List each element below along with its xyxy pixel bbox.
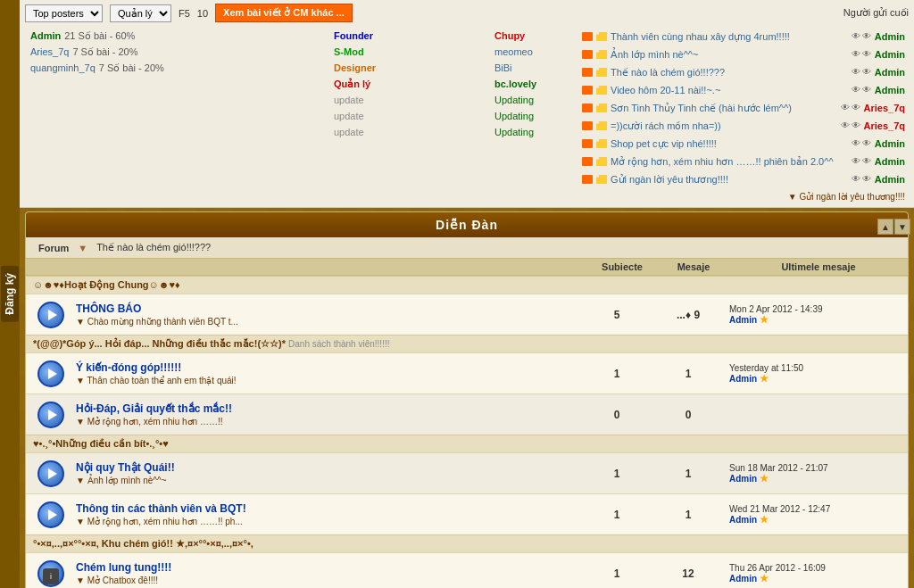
play-button-3[interactable] — [37, 402, 64, 428]
eye-icons-1: 👁👁 — [852, 29, 871, 45]
forum-user-2[interactable]: Admin ★ — [729, 373, 902, 385]
play-button-4[interactable] — [37, 460, 64, 487]
forum-desc-6: ▼ Mở Chatbox đê!!!! — [76, 576, 576, 585]
role-name-chupy: Chupy — [494, 28, 573, 44]
poster-name-aries[interactable]: Aries_7q — [30, 44, 69, 60]
category-3: ♥•.¸°•Những điều cần bít•.¸°•♥ — [26, 435, 908, 452]
forum-desc-3: ▼ Mở rộng hơn, xém nhiu hơn ……!! — [76, 417, 576, 427]
forum-subiecte-1: 5 — [581, 309, 652, 321]
forum-user-6[interactable]: Admin ★ — [729, 573, 902, 584]
forum-icon-area-2 — [31, 360, 71, 387]
post-author-3[interactable]: Admin — [875, 64, 905, 80]
post-title-4[interactable]: Video hôm 20-11 nài!!~.~ — [611, 82, 848, 98]
poster-stats-aries: 7 Số bài - 20% — [72, 44, 137, 60]
post-author-4[interactable]: Admin — [875, 82, 905, 98]
forum-row-thong-tin: Thông tin các thành viên và BQT! ▼ Mở rộ… — [26, 493, 908, 534]
forum-time-2: Yesterday at 11:50 — [729, 363, 902, 373]
forum-ultimele-6: Thu 26 Apr 2012 - 16:09 Admin ★ — [724, 563, 902, 584]
forum-user-1[interactable]: Admin ★ — [729, 314, 902, 326]
poster-name-admin[interactable]: Admin — [30, 28, 61, 44]
post-row-1: Thành viên cùng nhau xây dựng 4rum!!!!! … — [578, 28, 909, 46]
forum-info-4: Nội quy Thật Quái!! ▼ Ảnh lớp mình nè^^~ — [71, 461, 581, 485]
new-post-icon-7 — [582, 139, 593, 148]
scroll-up-button[interactable]: ▲ — [877, 219, 893, 235]
main-container: Top posters Quản lý F5 10 Xem bài viết ở… — [20, 0, 914, 588]
folder-icon-1 — [596, 32, 607, 41]
forum-title-hoi-dap[interactable]: Hỏi-Đáp, Giải quyết thắc mắc!! — [76, 402, 232, 415]
col-subiecte: Subiecte — [586, 261, 658, 272]
new-post-icon-5 — [582, 104, 593, 112]
col-ultimele: Ultimele mesaje — [729, 261, 908, 272]
poster-row-1: Admin 21 Số bài - 60% — [30, 28, 323, 44]
category-1: ☺☻♥♦Hoạt Động Chung☺☻♥♦ — [26, 276, 908, 294]
play-button-5[interactable] — [37, 501, 64, 528]
post-author-9[interactable]: Admin — [875, 171, 905, 187]
post-author-5[interactable]: Aries_7q — [864, 100, 905, 116]
eye-icons-7: 👁👁 — [852, 136, 871, 152]
posters-list: Admin 21 Số bài - 60% Aries_7q 7 Số bài … — [25, 26, 328, 190]
quan-ly-dropdown[interactable]: Quản lý — [110, 4, 171, 22]
forum-icon-area-1 — [31, 302, 71, 328]
role-name-bibi: BiBi — [494, 60, 573, 76]
post-title-2[interactable]: Ảnh lớp mình nè^^~ — [611, 46, 848, 62]
role-update-2: update — [334, 108, 484, 124]
post-row-3: Thế nào là chém gió!!!??? 👁👁 Admin — [578, 63, 909, 81]
play-button-1[interactable] — [37, 302, 64, 328]
forum-title-thong-bao[interactable]: THÔNG BÁO — [76, 302, 141, 315]
forum-title-thong-tin[interactable]: Thông tin các thành viên và BQT! — [76, 502, 246, 515]
post-title-8[interactable]: Mở rộng hơn, xém nhiu hơn ……!! phiên bản… — [611, 153, 848, 170]
post-title-7[interactable]: Shop pet cực vip nhé!!!!! — [611, 136, 848, 152]
forum-ultimele-5: Wed 21 Mar 2012 - 12:47 Admin ★ — [724, 504, 902, 526]
play-button-2[interactable] — [37, 360, 64, 387]
xem-bai-viet-button[interactable]: Xem bài viết ở CM khác ... — [215, 4, 353, 22]
user-star-6: ★ — [760, 573, 769, 584]
post-author-2[interactable]: Admin — [875, 46, 905, 62]
eye-icons-9: 👁👁 — [852, 171, 871, 187]
nav-submenu[interactable]: Thế nào là chém gió!!!??? — [87, 237, 220, 258]
role-name-meomeo: meomeo — [494, 44, 573, 60]
post-title-1[interactable]: Thành viên cùng nhau xây dựng 4rum!!!!! — [611, 29, 848, 45]
post-title-9[interactable]: Gửi ngàn lời yêu thương!!!! — [611, 171, 848, 187]
forum-title-noi-quy[interactable]: Nội quy Thật Quái!! — [76, 461, 175, 474]
dien-dan-header: Diễn Đàn — [26, 212, 908, 237]
forum-desc-link-2: ▼ Thân chào toàn thể anh em thật quái! — [76, 376, 237, 385]
forum-user-5[interactable]: Admin ★ — [729, 514, 902, 526]
user-star-4: ★ — [760, 473, 769, 484]
posts-area: Thành viên cùng nhau xây dựng 4rum!!!!! … — [578, 26, 909, 190]
new-post-icon-1 — [582, 32, 593, 41]
forum-user-name-5: Admin — [729, 515, 757, 525]
forum-row-thong-bao: THÔNG BÁO ▼ Chào mừng những thành viên B… — [26, 294, 908, 335]
post-row-5: Sơn Tinh Thủy Tinh chế (hài hước lém^^) … — [578, 99, 909, 117]
scroll-down-button[interactable]: ▼ — [894, 219, 910, 235]
top-posters-dropdown[interactable]: Top posters — [25, 4, 103, 22]
forum-user-name-2: Admin — [729, 374, 757, 384]
post-author-1[interactable]: Admin — [875, 29, 905, 45]
post-title-5[interactable]: Sơn Tinh Thủy Tinh chế (hài hước lém^^) — [611, 100, 837, 116]
forum-user-4[interactable]: Admin ★ — [729, 473, 902, 484]
folder-icon-8 — [596, 157, 607, 166]
forum-title-y-kien[interactable]: Ý kiến-đóng góp!!!!!! — [76, 361, 181, 374]
category-2: *(@@)*Góp ý... Hỏi đáp... Những điều thắ… — [26, 335, 908, 352]
sidebar-register-button[interactable]: Đăng ký — [1, 266, 19, 322]
new-post-icon-4 — [582, 86, 593, 95]
post-row-4: Video hôm 20-11 nài!!~.~ 👁👁 Admin — [578, 81, 909, 99]
forum-row-y-kien: Ý kiến-đóng góp!!!!!! ▼ Thân chào toàn t… — [26, 352, 908, 393]
post-author-8[interactable]: Admin — [875, 153, 905, 170]
nav-forum[interactable]: Forum — [29, 238, 78, 258]
eye-icons-4: 👁👁 — [852, 82, 871, 98]
forum-title-chem-lung[interactable]: Chém lung tung!!!! — [76, 561, 171, 574]
forum-subiecte-2: 1 — [581, 368, 652, 380]
eye-icons-8: 👁👁 — [852, 153, 871, 170]
post-author-6[interactable]: Aries_7q — [864, 118, 905, 134]
folder-icon-4 — [596, 86, 607, 95]
posters-area: Admin 21 Số bài - 60% Aries_7q 7 Số bài … — [25, 26, 909, 190]
post-title-6[interactable]: =))cười rách mồm nha=)) — [611, 118, 837, 134]
role-name-updating-3: Updating — [494, 124, 573, 140]
post-author-7[interactable]: Admin — [875, 136, 905, 152]
forum-desc-4: ▼ Ảnh lớp mình nè^^~ — [76, 476, 576, 485]
post-title-3[interactable]: Thế nào là chém gió!!!??? — [611, 64, 848, 80]
f5-count: 10 — [197, 8, 208, 19]
poster-name-quang[interactable]: quangminh_7q — [30, 60, 96, 76]
forum-ultimele-1: Mon 2 Apr 2012 - 14:39 Admin ★ — [724, 304, 902, 326]
forum-desc-link-6: ▼ Mở Chatbox đê!!!! — [76, 576, 158, 585]
